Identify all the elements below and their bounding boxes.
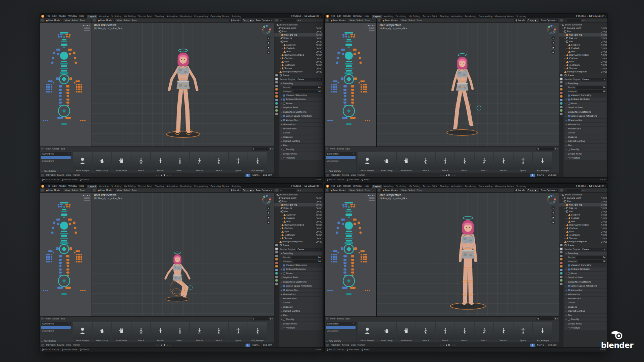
workspace-tab-layout[interactable]: Layout: [372, 185, 382, 189]
selectability-toggle[interactable]: [601, 48, 602, 49]
selectability-toggle[interactable]: [316, 218, 318, 219]
selectability-toggle[interactable]: [601, 71, 602, 73]
pose-options-button[interactable]: Pose Options ▾: [255, 19, 273, 22]
properties-tab[interactable]: [560, 85, 562, 87]
panel-indirect-lighting[interactable]: ▸Indirect Lighting: [280, 139, 322, 143]
properties-tab[interactable]: [560, 251, 562, 253]
view-layer-selector[interactable]: ViewLayer ×: [589, 15, 606, 17]
sampling-viewport-field[interactable]: 16: [293, 260, 322, 263]
outliner-row[interactable]: ▸Eyebrow: [274, 43, 323, 47]
asset-thumb[interactable]: UE5_Retarget: [248, 322, 267, 342]
viewport-menus-pose[interactable]: Pose: [416, 189, 423, 192]
scene-selector[interactable]: Scene ×: [576, 15, 588, 17]
picker-mode-select[interactable]: Pose Mode ▾: [45, 189, 63, 192]
properties-tab[interactable]: [275, 106, 278, 108]
view-layer-remove-icon[interactable]: ×: [604, 185, 606, 187]
asset-thumb[interactable]: Facial Sample: [73, 322, 92, 342]
asset-thumb[interactable]: UE5_Retarget: [533, 322, 552, 342]
panel-bloom[interactable]: ▸Bloom: [565, 102, 606, 106]
editor-type-icon[interactable]: [41, 189, 44, 192]
workspace-tab-layout[interactable]: Layout: [87, 185, 97, 189]
disclosure-icon[interactable]: ▸: [279, 68, 281, 69]
scene-unlink-icon[interactable]: ×: [586, 185, 588, 187]
end-frame-field[interactable]: End 250: [547, 174, 557, 177]
panel-volumetrics[interactable]: ▸Volumetrics: [280, 123, 322, 126]
workspace-tab-animation[interactable]: Animation: [450, 185, 464, 189]
properties-tab[interactable]: [560, 102, 562, 105]
panel-depth-of-field[interactable]: ▸Depth of Field: [280, 106, 322, 110]
hide-viewport-toggle[interactable]: [318, 211, 320, 212]
layer-button[interactable]: [84, 27, 90, 29]
editor-type-icon[interactable]: [326, 174, 329, 177]
viewport-menus-view[interactable]: View: [400, 19, 407, 22]
outliner-search-input[interactable]: [279, 189, 297, 192]
editor-type-icon[interactable]: [326, 317, 328, 320]
asset-menus-select[interactable]: Select: [51, 148, 60, 150]
properties-tab[interactable]: [275, 92, 278, 94]
editor-type-icon[interactable]: [326, 147, 328, 150]
hide-viewport-toggle[interactable]: [603, 241, 605, 242]
panel-checkbox[interactable]: [283, 285, 285, 287]
selectability-toggle[interactable]: [601, 234, 602, 236]
viewport-menus-select[interactable]: Select: [123, 19, 131, 22]
disclosure-icon[interactable]: ▾: [564, 41, 566, 43]
end-frame-field[interactable]: End 250: [262, 174, 273, 177]
axis-x-neg-dot[interactable]: [262, 28, 264, 31]
hide-viewport-toggle[interactable]: [603, 221, 605, 222]
workspace-tab-shading[interactable]: Shading: [438, 185, 450, 189]
disclosure-icon[interactable]: ▾: [562, 201, 564, 202]
asset-source-select[interactable]: Current File ▾: [326, 322, 356, 325]
outliner-row[interactable]: ▸Camera Light: [274, 26, 323, 30]
selectability-toggle[interactable]: [316, 48, 318, 49]
properties-tab[interactable]: [560, 244, 562, 246]
axis-y-neg-dot[interactable]: [553, 201, 555, 203]
blender-app-icon[interactable]: [326, 15, 329, 18]
panel-freestyle[interactable]: ▸Freestyle: [565, 326, 606, 330]
workspace-tab-rendering[interactable]: Rendering: [179, 185, 193, 189]
jump-to-start-button[interactable]: «: [440, 174, 442, 176]
asset-thumb[interactable]: Pose E: [494, 322, 513, 342]
outliner-row[interactable]: ▸Camera Light: [274, 196, 323, 200]
outliner-row[interactable]: ▸Risa_cs: [274, 37, 323, 40]
hide-viewport-toggle[interactable]: [603, 51, 605, 52]
disclosure-icon[interactable]: ▸: [564, 64, 566, 66]
panel-shadows[interactable]: ▸Shadows: [280, 305, 322, 309]
timeline-menus-view[interactable]: View: [350, 174, 357, 176]
selectability-toggle[interactable]: [601, 51, 602, 53]
properties-tab[interactable]: [560, 262, 562, 264]
hide-viewport-toggle[interactable]: [318, 34, 320, 36]
selectability-toggle[interactable]: [601, 238, 602, 239]
outliner-row[interactable]: ▸Eyelash: [559, 47, 607, 50]
workspace-tab-geometry-nodes[interactable]: Geometry Nodes: [494, 185, 515, 189]
properties-tab[interactable]: [275, 95, 278, 98]
hide-render-toggle[interactable]: [320, 234, 322, 236]
filter-icon[interactable]: ▼: [555, 318, 556, 320]
snap-magnet-icon[interactable]: [528, 189, 529, 191]
disclosure-icon[interactable]: ▸: [281, 51, 283, 53]
disclosure-icon[interactable]: ▾: [275, 194, 277, 196]
chevron-down-icon[interactable]: ▾: [585, 190, 586, 191]
hide-render-toggle[interactable]: [605, 44, 607, 46]
hide-viewport-toggle[interactable]: [318, 64, 320, 66]
disclosure-icon[interactable]: ▸: [279, 38, 281, 39]
start-frame-field[interactable]: Start 1: [536, 344, 545, 347]
disclosure-icon[interactable]: ▸: [279, 231, 281, 233]
editor-type-icon[interactable]: [326, 189, 328, 192]
selectability-toggle[interactable]: [601, 204, 602, 206]
properties-tab[interactable]: [560, 109, 562, 112]
hide-viewport-toggle[interactable]: [318, 204, 320, 205]
panel-checkbox[interactable]: [568, 285, 570, 287]
menu-window[interactable]: Window: [352, 15, 363, 17]
selectability-toggle[interactable]: [601, 214, 602, 216]
start-frame-field[interactable]: Start 1: [252, 344, 261, 347]
selectability-toggle[interactable]: [316, 61, 318, 63]
panel-indirect-lighting[interactable]: ▸Indirect Lighting: [565, 309, 606, 313]
asset-catalog-unassigned[interactable]: Unassigned: [41, 329, 71, 332]
disclosure-icon[interactable]: ▸: [564, 58, 566, 59]
hide-render-toggle[interactable]: [605, 34, 607, 36]
hide-render-toggle[interactable]: [320, 54, 322, 56]
axis-x-dot[interactable]: [554, 198, 556, 200]
toggle-grid-icon[interactable]: ▦: [267, 220, 270, 224]
viewport-denoising-checkbox[interactable]: [283, 264, 285, 266]
menu-help[interactable]: Help: [363, 185, 370, 187]
